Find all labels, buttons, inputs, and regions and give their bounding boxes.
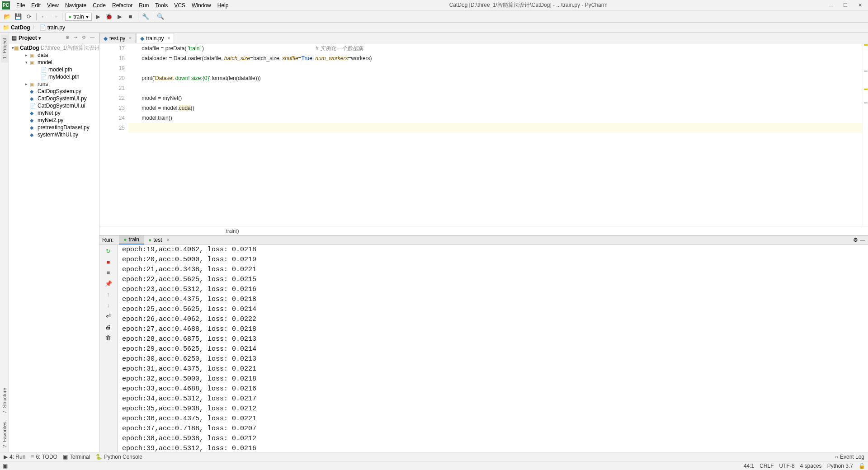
run-dot-icon: ●	[68, 14, 71, 20]
menu-code[interactable]: Code	[90, 1, 108, 9]
pin-button[interactable]: 📌	[104, 279, 113, 287]
editor-tab[interactable]: ◆train.py×	[136, 33, 174, 43]
status-position[interactable]: 44:1	[744, 463, 754, 469]
tree-item[interactable]: ▸▣runs	[9, 80, 99, 88]
editor-area: ◆test.py×◆train.py× 171819202122232425 d…	[99, 33, 868, 452]
tree-item[interactable]: 📄myModel.pth	[9, 73, 99, 80]
line-gutter: 171819202122232425	[107, 43, 128, 226]
menu-edit[interactable]: Edit	[28, 1, 43, 9]
status-lock-icon[interactable]: 🔓	[859, 463, 865, 469]
stop-button[interactable]: ■	[126, 12, 135, 21]
hide-icon[interactable]: —	[90, 35, 96, 41]
down-button[interactable]: ↓	[104, 301, 113, 309]
status-interpreter[interactable]: Python 3.7	[827, 463, 853, 469]
bottom-tool-tabs: ▶ 4: Run ≡ 6: TODO ▣ Terminal 🐍 Python C…	[0, 452, 868, 461]
code-editor[interactable]: 171819202122232425 datafile = preData( '…	[99, 43, 868, 226]
status-bar: ▣ 44:1 CRLF UTF-8 4 spaces Python 3.7 🔓	[0, 461, 868, 470]
menu-help[interactable]: Help	[215, 1, 231, 9]
menu-bar: FileEditViewNavigateCodeRefactorRunTools…	[14, 1, 231, 9]
bottom-tab-run[interactable]: ▶ 4: Run	[4, 454, 25, 460]
search-button[interactable]: 🔍	[156, 12, 165, 21]
trash-button[interactable]: 🗑	[104, 334, 113, 342]
status-icon[interactable]: ▣	[3, 463, 8, 469]
toolbar: 📂 💾 ⟳ ← → ● train ▾ ▶ 🐞 ▶ ■ 🔧 🔍	[0, 11, 868, 23]
window-title: CatDog [D:\three_1\智能算法设计\CatDog] - ...\…	[231, 1, 826, 9]
chevron-down-icon: ▾	[86, 14, 89, 20]
bottom-tab-python-console[interactable]: 🐍 Python Console	[95, 454, 142, 460]
run-config-label: train	[73, 14, 84, 20]
bottom-tab-todo[interactable]: ≡ 6: TODO	[31, 454, 57, 460]
project-pane-header: ▤ Project ▾ ⊕ ⇥ ⚙ —	[9, 33, 99, 43]
menu-refactor[interactable]: Refactor	[109, 1, 135, 9]
gear-icon[interactable]: ⚙	[82, 35, 88, 41]
console-output[interactable]: epoch:19,acc:0.4062, loss: 0.0218 epoch:…	[118, 245, 868, 454]
breadcrumb-project[interactable]: 📁 CatDog	[3, 24, 30, 31]
tree-item[interactable]: 📄model.pth	[9, 66, 99, 73]
back-button[interactable]: ←	[39, 12, 48, 21]
menu-run[interactable]: Run	[136, 1, 151, 9]
run-hide-icon[interactable]: —	[860, 237, 865, 243]
tree-item[interactable]: ◆systemWithUI.py	[9, 131, 99, 138]
tree-item[interactable]: ▸▣data	[9, 52, 99, 59]
menu-window[interactable]: Window	[189, 1, 214, 9]
bottom-tab-event-log[interactable]: ○ Event Log	[835, 454, 864, 460]
maximize-button[interactable]: ☐	[840, 0, 851, 11]
bottom-tab-terminal[interactable]: ▣ Terminal	[63, 454, 90, 460]
project-pane-title: Project ▾	[19, 35, 64, 41]
menu-view[interactable]: View	[44, 1, 61, 9]
tree-item[interactable]: ◆myNet.py	[9, 109, 99, 117]
run-settings-icon[interactable]: ⚙	[853, 237, 858, 243]
settings-button[interactable]: 🔧	[141, 12, 150, 21]
menu-vcs[interactable]: VCS	[171, 1, 188, 9]
collapse-icon[interactable]: ⇥	[74, 35, 80, 41]
menu-tools[interactable]: Tools	[152, 1, 170, 9]
editor-breadcrumb[interactable]: train()	[99, 226, 868, 235]
rerun-button[interactable]: ↻	[104, 247, 113, 255]
tree-item[interactable]: ◆CatDogSystem.py	[9, 88, 99, 95]
close-tab-icon[interactable]: ×	[129, 36, 132, 41]
tree-item[interactable]: ▾▣model	[9, 59, 99, 66]
app-icon: PC	[2, 1, 10, 9]
refresh-icon[interactable]: ⟳	[24, 12, 33, 21]
up-button[interactable]: ↑	[104, 290, 113, 298]
tree-root[interactable]: ▾▣ CatDog D:\three_1\智能算法设计\Cat	[9, 44, 99, 52]
open-icon[interactable]: 📂	[3, 12, 12, 21]
run-tool-window: Run: ●train●test× ⚙ — ↻ ■ ≡ 📌 ↑ ↓ ⏎ 🖨 🗑	[99, 235, 868, 452]
debug-button[interactable]: 🐞	[104, 12, 113, 21]
code-lines[interactable]: datafile = preData( 'train' ) # 实例化一个数据集…	[128, 43, 863, 226]
editor-tab[interactable]: ◆test.py×	[99, 33, 136, 43]
forward-button[interactable]: →	[50, 12, 59, 21]
breadcrumb-file[interactable]: 📄 train.py	[39, 24, 65, 31]
project-pane: ▤ Project ▾ ⊕ ⇥ ⚙ — ▾▣ CatDog D:\three_1…	[9, 33, 99, 452]
project-tree[interactable]: ▾▣ CatDog D:\three_1\智能算法设计\Cat ▸▣data▾▣…	[9, 43, 99, 452]
close-tab-icon[interactable]: ×	[168, 36, 170, 41]
close-button[interactable]: ✕	[854, 0, 865, 11]
favorites-tool-tab[interactable]: 2: Favorites	[1, 418, 8, 451]
minimize-button[interactable]: —	[826, 0, 836, 11]
tree-item[interactable]: ◆pretreatingDataset.py	[9, 124, 99, 131]
layout-button[interactable]: ≡	[104, 268, 113, 277]
locate-icon[interactable]: ⊕	[66, 35, 72, 41]
status-line-ending[interactable]: CRLF	[760, 463, 774, 469]
tree-item[interactable]: ◆myNet2.py	[9, 117, 99, 124]
stop-run-button[interactable]: ■	[104, 258, 113, 266]
run-coverage-button[interactable]: ▶	[115, 12, 124, 21]
run-button[interactable]: ▶	[94, 12, 103, 21]
wrap-button[interactable]: ⏎	[104, 312, 113, 320]
status-encoding[interactable]: UTF-8	[779, 463, 795, 469]
editor-error-stripe[interactable]	[863, 43, 868, 226]
folder-icon: ▤	[12, 35, 17, 41]
structure-tool-tab[interactable]: 7: Structure	[1, 384, 8, 417]
run-tool-header: Run: ●train●test× ⚙ —	[99, 235, 868, 245]
tree-item[interactable]: ◆CatDogSystemUI.py	[9, 95, 99, 102]
run-tab[interactable]: ●test×	[144, 235, 175, 244]
menu-file[interactable]: File	[14, 1, 28, 9]
save-icon[interactable]: 💾	[14, 12, 23, 21]
status-indent[interactable]: 4 spaces	[800, 463, 822, 469]
menu-navigate[interactable]: Navigate	[62, 1, 89, 9]
run-tab[interactable]: ●train	[119, 235, 144, 244]
run-config-selector[interactable]: ● train ▾	[65, 13, 92, 21]
print-button[interactable]: 🖨	[104, 323, 113, 331]
tree-item[interactable]: 📄CatDogSystemUI.ui	[9, 102, 99, 109]
project-tool-tab[interactable]: 1: Project	[1, 34, 8, 62]
